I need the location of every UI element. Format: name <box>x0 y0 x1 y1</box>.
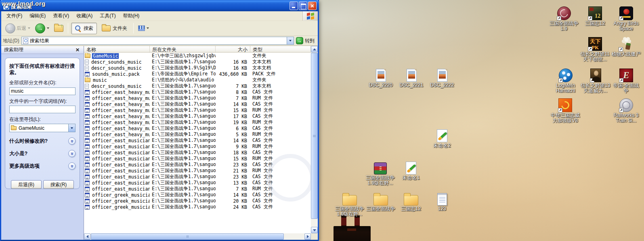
file-row[interactable]: officer_east_heavy_musi...E:\三国全面战争1.7\s… <box>84 95 311 101</box>
column-type[interactable]: 类型 <box>250 46 311 53</box>
file-row[interactable]: descr_sounds_musicE:\三国全面战争1.7\sanguo...… <box>84 59 311 65</box>
option-advanced[interactable]: 更多高级选项 <box>9 162 76 170</box>
file-name-cell: officer_east_musician_7... <box>84 180 150 186</box>
file-row[interactable]: officer_east_heavy_musi...E:\三国全面战争1.7\s… <box>84 125 311 131</box>
media-icon <box>85 120 90 125</box>
expand-chevron-icon[interactable] <box>68 162 76 170</box>
file-row[interactable]: officer_east_musician_2...E:\三国全面战争1.7\s… <box>84 150 311 156</box>
lookin-combobox[interactable]: GameMusic <box>9 124 76 132</box>
expand-chevron-icon[interactable] <box>68 137 76 145</box>
menu-file[interactable]: 文件(F) <box>3 11 26 21</box>
address-input[interactable]: 搜索结果 <box>21 37 294 45</box>
phrase-input[interactable] <box>9 106 76 113</box>
desktop-icon[interactable]: Railworks 3Train Si... <box>611 98 642 123</box>
menu-favorites[interactable]: 收藏(A) <box>73 11 96 21</box>
desktop-icon[interactable]: 未命名1 <box>396 161 426 181</box>
scroll-right-button[interactable] <box>304 233 311 240</box>
desktop-icon[interactable]: Angry BirdsSpace <box>611 6 642 31</box>
file-size: 8 KB <box>216 89 250 95</box>
back-dropdown-icon[interactable] <box>28 27 30 29</box>
file-size: 15 KB <box>216 108 250 113</box>
file-row[interactable]: descr_sounds_musicE:\三国全面战争1.7\sanguo...… <box>84 83 311 89</box>
vertical-scroll-thumb[interactable] <box>311 53 318 219</box>
file-row[interactable]: GameMusicE:\中华三国志\zhsgzwljqbv8文件夹 <box>84 53 311 59</box>
desktop-icon[interactable]: 三国全面战争1.9版在野... <box>334 193 365 217</box>
forward-dropdown-icon[interactable] <box>47 27 49 29</box>
file-row[interactable]: officer_greek_musician_...E:\三国全面战争1.7\s… <box>84 204 311 210</box>
desktop-icon[interactable]: 三国全面战争1.9 <box>549 6 579 31</box>
file-row[interactable]: musicE:\愤怒的小鸟\data\audio文件夹 <box>84 77 311 83</box>
filename-input[interactable] <box>9 87 76 95</box>
file-type: RUM 文件 <box>250 131 311 137</box>
horizontal-scroll-thumb[interactable] <box>91 233 284 240</box>
pane-back-button[interactable]: 后退(B) <box>11 180 42 189</box>
back-button[interactable]: 后退 <box>4 23 32 34</box>
file-row[interactable]: sounds_music.packE:\帝国全面战争\Empire To...4… <box>84 71 311 77</box>
menu-view[interactable]: 查看(V) <box>49 11 73 21</box>
file-row[interactable]: officer_east_heavy_musi...E:\三国全面战争1.7\s… <box>84 107 311 113</box>
views-button[interactable] <box>136 25 151 32</box>
desktop-icon[interactable]: 天下PK信长之野望11天下创世... <box>580 37 610 62</box>
close-button[interactable] <box>308 2 317 10</box>
desktop-icon[interactable]: E帝国-全面战争 <box>611 69 642 93</box>
file-row[interactable]: officer_east_musician_1...E:\三国全面战争1.7\s… <box>84 143 311 150</box>
desktop-icon[interactable]: DSC_2221 <box>396 69 427 88</box>
menu-help[interactable]: 帮助(H) <box>120 11 143 21</box>
desktop-icon[interactable]: DSC_2222 <box>427 69 457 88</box>
search-toolbar-button[interactable]: 搜索 <box>71 23 97 34</box>
minimize-button[interactable] <box>289 2 298 10</box>
file-row[interactable]: officer_east_heavy_musi...E:\三国全面战争1.7\s… <box>84 101 311 107</box>
maximize-button[interactable] <box>299 2 307 10</box>
desktop-icon[interactable]: LogMeInHamachi <box>550 69 581 93</box>
desktop-icon[interactable]: 三国全面战争1.9版在野... <box>365 161 396 186</box>
expand-chevron-icon[interactable] <box>68 150 76 157</box>
pane-search-button[interactable]: 搜索(R) <box>43 180 74 189</box>
desktop-icon-label: 未命名1 <box>396 175 426 181</box>
scroll-down-button[interactable] <box>311 227 318 233</box>
file-name: officer_east_musician_3... <box>91 162 150 168</box>
up-button[interactable] <box>52 24 65 33</box>
search-pane-close-icon[interactable]: ✕ <box>74 47 81 53</box>
option-when-modified[interactable]: 什么时候修改的? <box>9 137 76 145</box>
desktop-icon[interactable]: 12三国志12 <box>580 6 610 26</box>
desktop-icon-label: 植物大战僵尸 <box>611 52 642 57</box>
file-folder: E:\三国全面战争1.7\sanguo... <box>150 113 216 119</box>
desktop-icon[interactable]: 123 <box>427 193 457 212</box>
go-button[interactable]: 转到 <box>296 37 316 44</box>
vertical-scrollbar[interactable] <box>311 46 318 233</box>
back-arrow-icon <box>5 23 15 33</box>
desktop-icon[interactable]: 未命名2 <box>427 129 457 148</box>
desktop-icon[interactable]: 三国志12 <box>396 193 426 212</box>
column-size[interactable]: 大小 <box>216 46 250 53</box>
shortcut-arrow-icon <box>558 108 562 112</box>
address-dropdown-button[interactable] <box>287 37 294 44</box>
file-row[interactable]: officer_east_heavy_musi...E:\三国全面战争1.7\s… <box>84 89 311 95</box>
file-row[interactable]: descr_sounds_musicE:\三国全面战争1.9\Sg19\Data… <box>84 65 311 71</box>
column-name[interactable]: 名称 <box>84 46 150 53</box>
desktop-icon[interactable]: 植物大战僵尸 <box>611 37 642 57</box>
menu-tools[interactable]: 工具(T) <box>96 11 119 21</box>
file-row[interactable]: officer_east_heavy_musi...E:\三国全面战争1.7\s… <box>84 113 311 119</box>
desktop-icon[interactable]: 中华三国志威力加强版V8 <box>550 98 581 123</box>
combo-dropdown-icon[interactable] <box>68 124 75 132</box>
option-what-size[interactable]: 大小是? <box>9 150 76 157</box>
desktop-icon[interactable]: DSC_2220 <box>365 69 396 88</box>
scroll-left-button[interactable] <box>84 233 90 240</box>
scroll-up-button[interactable] <box>311 46 318 52</box>
file-row[interactable]: officer_east_heavy_musi...E:\三国全面战争1.7\s… <box>84 119 311 125</box>
forward-button[interactable] <box>34 23 51 34</box>
file-row[interactable]: officer_greek_musician_...E:\三国全面战争1.7\s… <box>84 198 311 204</box>
column-in-folder[interactable]: 所在文件夹 <box>150 46 216 53</box>
desktop-icon[interactable]: 信长之野望13天道威力... <box>580 69 611 93</box>
file-name: officer_east_musician_2... <box>91 150 150 156</box>
horizontal-scrollbar[interactable] <box>84 233 311 240</box>
file-folder: E:\三国全面战争1.7\sanguo... <box>150 137 216 143</box>
file-row[interactable]: officer_east_musician_1...E:\三国全面战争1.7\s… <box>84 137 311 143</box>
shortcut-arrow-icon <box>588 47 592 51</box>
menu-edit[interactable]: 编辑(E) <box>26 11 49 21</box>
file-row[interactable]: officer_east_heavy_musi...E:\三国全面战争1.7\s… <box>84 131 311 137</box>
search-criteria-box: 按下面任何或所有标准进行搜索。 全部或部分文件名(O): 文件中的一个字或词组(… <box>5 58 80 189</box>
photo-icon <box>437 69 447 82</box>
folders-toolbar-button[interactable]: 文件夹 <box>99 23 130 34</box>
desktop-icon[interactable]: 三国全面战争 <box>365 193 396 212</box>
